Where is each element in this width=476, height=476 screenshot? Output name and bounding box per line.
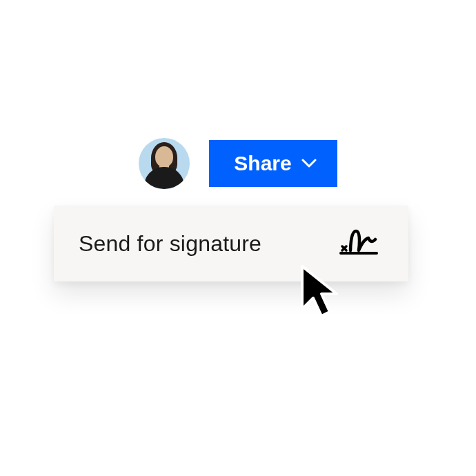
menu-item-label: Send for signature bbox=[79, 231, 261, 257]
share-button-label: Share bbox=[234, 152, 291, 175]
signature-icon bbox=[338, 226, 379, 261]
share-button[interactable]: Share bbox=[209, 140, 337, 187]
avatar[interactable] bbox=[139, 138, 190, 189]
send-for-signature-item[interactable]: Send for signature bbox=[54, 206, 408, 281]
header-row: Share bbox=[0, 138, 476, 189]
chevron-down-icon bbox=[301, 159, 317, 168]
avatar-body bbox=[144, 167, 184, 189]
